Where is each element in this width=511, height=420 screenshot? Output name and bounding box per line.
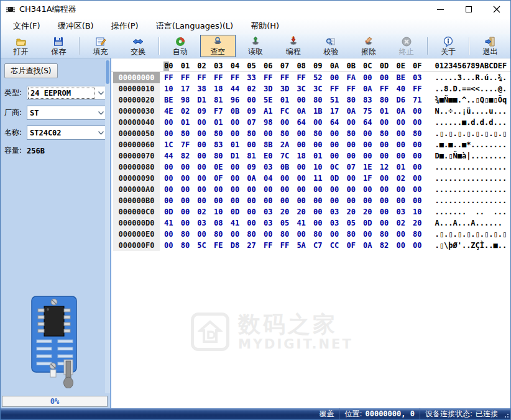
fill-button[interactable]: 填充 <box>83 35 118 57</box>
menu-operation[interactable]: 操作(P) <box>103 19 147 34</box>
open-button[interactable]: 打开 <box>3 35 39 57</box>
chip-name-select[interactable]: ST24C02 <box>27 126 106 140</box>
hex-row: 000000E000 80 00 80 00 80 00 80 00 80 00… <box>111 229 510 240</box>
erase-button[interactable]: 擦除 <box>351 35 387 57</box>
sidebar-scrollbar[interactable] <box>105 60 110 393</box>
hex-bytes[interactable]: 4E 02 09 F7 0B 09 A1 FC 0A 1B 17 0A 75 0… <box>164 106 422 117</box>
close-icon <box>493 6 500 13</box>
hex-ascii[interactable]: ....... .. ... <box>435 206 507 217</box>
status-device-connection: 设备连接状态: 已连接 <box>420 408 503 419</box>
hex-bytes[interactable]: 00 00 00 0E 00 09 03 0B 00 10 0C 07 1E 1… <box>164 162 422 173</box>
hex-bytes[interactable]: 00 00 00 00 00 00 00 00 00 00 00 00 00 0… <box>164 184 422 195</box>
hex-address: 000000C0 <box>113 206 160 217</box>
hex-ascii[interactable]: ................ <box>435 184 507 195</box>
toolbar: 打开 保存 填充 交换 自动 查空 读取 编程 <box>1 34 510 58</box>
hex-bytes[interactable]: 00 00 00 00 00 00 00 00 00 00 00 00 00 0… <box>164 195 422 206</box>
hex-address: 00000070 <box>113 150 160 162</box>
hex-address-selected: 00000000 <box>113 72 160 83</box>
watermark-domain: MYDIGIT.NET <box>238 337 353 352</box>
verify-button[interactable]: 校验 <box>313 35 349 57</box>
hex-ascii[interactable]: ..8.D.==<<....@. <box>435 83 507 94</box>
hex-ascii[interactable]: .■.■..■*........ <box>435 139 507 150</box>
hex-ascii[interactable]: N..÷..¡ü....u... <box>435 106 507 117</box>
mydigit-home-logo <box>191 313 229 351</box>
hex-ascii[interactable]: ......■.d.d.d... <box>435 117 507 128</box>
exit-button[interactable]: 退出 <box>472 35 508 57</box>
open-folder-icon <box>16 36 27 47</box>
read-icon <box>250 36 261 47</box>
menu-file[interactable]: 文件(F) <box>4 19 49 34</box>
hex-row: 000000601C 7F 00 83 01 00 8B 2A 00 00 00… <box>111 139 510 150</box>
hex-bytes[interactable]: 0D 00 02 10 0D 00 03 20 20 00 03 20 20 0… <box>164 206 422 217</box>
status-position: 位置: 00000000, 0 <box>339 408 420 419</box>
hex-ascii[interactable]: D■.▯Ñ■à|........ <box>435 150 507 162</box>
chip-search-button[interactable]: 芯片查找(S) <box>4 63 58 78</box>
resize-grip[interactable] <box>503 408 510 419</box>
menu-bar: 文件(F) 缓冲区(B) 操作(P) 语言(Languages)(L) 帮助(H… <box>1 18 510 34</box>
hex-bytes[interactable]: 00 80 5C FE D8 27 FF FF 5A C7 CC 0F 0A 8… <box>164 240 422 251</box>
sidebar-scrollbar-thumb[interactable] <box>106 60 109 84</box>
hex-ascii[interactable]: A...A...A...... <box>435 217 507 229</box>
hex-bytes[interactable]: 00 80 00 80 00 80 00 80 00 80 00 80 00 8… <box>164 229 422 240</box>
maximize-button[interactable] <box>454 1 482 18</box>
read-button[interactable]: 读取 <box>238 35 274 57</box>
chevron-down-icon <box>96 111 106 115</box>
hex-ascii[interactable]: .▯.▯.▯.▯.▯.▯.▯.▯ <box>435 229 507 240</box>
save-button[interactable]: 保存 <box>41 35 76 57</box>
hex-column-header: 00 01 02 03 04 05 06 07 08 09 0A 0B 0C 0… <box>164 60 422 72</box>
about-icon <box>443 36 454 47</box>
chip-type-label: 类型: <box>4 88 27 98</box>
hex-row: 0000004000 01 00 01 00 07 98 00 64 00 64… <box>111 117 510 128</box>
status-overwrite-mode: 覆盖 <box>314 408 339 419</box>
hex-ascii[interactable]: ¾■Ñ■■.^..▯Q▯■▯Öq <box>435 94 507 106</box>
hex-address: 000000E0 <box>113 229 160 240</box>
chip-vendor-select[interactable]: ST <box>27 106 106 120</box>
hex-row: 0000009000 00 00 0F 00 0A 04 00 00 11 0D… <box>111 173 510 184</box>
hex-row: 000000304E 02 09 F7 0B 09 A1 FC 0A 1B 17… <box>111 106 510 117</box>
hex-bytes[interactable]: 00 01 00 01 00 07 98 00 64 00 64 00 64 0… <box>164 117 422 128</box>
hex-address: 00000090 <box>113 173 160 184</box>
hex-ascii[interactable]: .▯\þØ'..ZÇÌ..■.. <box>435 240 507 251</box>
watermark: 数码之家 MYDIGIT.NET <box>191 312 353 352</box>
menu-language[interactable]: 语言(Languages)(L) <box>147 19 242 34</box>
chip-panel: 芯片查找(S) 类型: 24 EEPROM 厂商: ST 名称: ST24 <box>1 58 111 408</box>
app-window: CH341A编程器 文件(F) 缓冲区(B) 操作(P) 语言(Language… <box>0 0 511 420</box>
blank-check-button[interactable]: 查空 <box>200 35 236 57</box>
hex-bytes[interactable]: BE 98 D1 81 96 00 5E 01 00 80 51 80 83 8… <box>164 94 422 106</box>
hex-row: 00000000FF FF FF FF FF 33 FF FF FF 52 00… <box>111 72 510 83</box>
status-bar: 覆盖 位置: 00000000, 0 设备连接状态: 已连接 <box>1 408 510 419</box>
minimize-icon <box>437 9 444 10</box>
hex-row: 000000F000 80 5C FE D8 27 FF FF 5A C7 CC… <box>111 240 510 251</box>
toolbar-separator <box>79 37 80 55</box>
hex-bytes[interactable]: 00 00 00 0F 00 0A 04 00 00 11 0D 00 1F 0… <box>164 173 422 184</box>
hex-bytes[interactable]: 41 00 03 08 41 00 03 05 41 00 03 05 0D 0… <box>164 217 422 229</box>
hex-address: 00000050 <box>113 128 160 139</box>
hex-ascii[interactable]: ................ <box>435 195 507 206</box>
hex-ascii[interactable]: ................ <box>435 162 507 173</box>
program-button[interactable]: 编程 <box>275 35 311 57</box>
swap-button[interactable]: 交换 <box>121 35 156 57</box>
hex-bytes[interactable]: 00 80 00 80 00 80 00 80 00 80 00 80 00 8… <box>164 128 422 139</box>
hex-bytes[interactable]: FF FF FF FF FF 33 FF FF FF 52 00 FA 00 0… <box>164 72 422 83</box>
hex-ascii[interactable]: .▯.▯.▯.▯.▯.▯.▯.▯ <box>435 128 507 139</box>
menu-help[interactable]: 帮助(H) <box>242 19 288 34</box>
maximize-icon <box>466 6 472 12</box>
close-button[interactable] <box>482 1 510 18</box>
hex-address: 000000A0 <box>113 184 160 195</box>
hex-row: 000000C00D 00 02 10 0D 00 03 20 20 00 03… <box>111 206 510 217</box>
chip-type-select[interactable]: 24 EEPROM <box>27 86 106 100</box>
hex-address: 00000030 <box>113 106 160 117</box>
title-bar: CH341A编程器 <box>1 1 510 18</box>
chip-capacity-label: 容量: <box>4 145 27 156</box>
blank-check-icon <box>212 36 223 47</box>
about-button[interactable]: 关于 <box>431 35 466 57</box>
menu-buffer[interactable]: 缓冲区(B) <box>49 19 103 34</box>
minimize-button[interactable] <box>426 1 454 18</box>
hex-bytes[interactable]: 10 17 38 18 44 02 3D 3D 3C 3C FF FF 0A F… <box>164 83 422 94</box>
hex-ascii[interactable]: .....3...R.ú..¾. <box>435 72 507 83</box>
auto-button[interactable]: 自动 <box>162 35 198 57</box>
hex-bytes[interactable]: 44 82 00 80 D1 81 E0 7C 18 01 00 00 00 0… <box>164 150 422 162</box>
hex-row: 0000001010 17 38 18 44 02 3D 3D 3C 3C FF… <box>111 83 510 94</box>
hex-ascii[interactable]: ................ <box>435 173 507 184</box>
hex-bytes[interactable]: 1C 7F 00 83 01 00 8B 2A 00 00 00 00 00 0… <box>164 139 422 150</box>
